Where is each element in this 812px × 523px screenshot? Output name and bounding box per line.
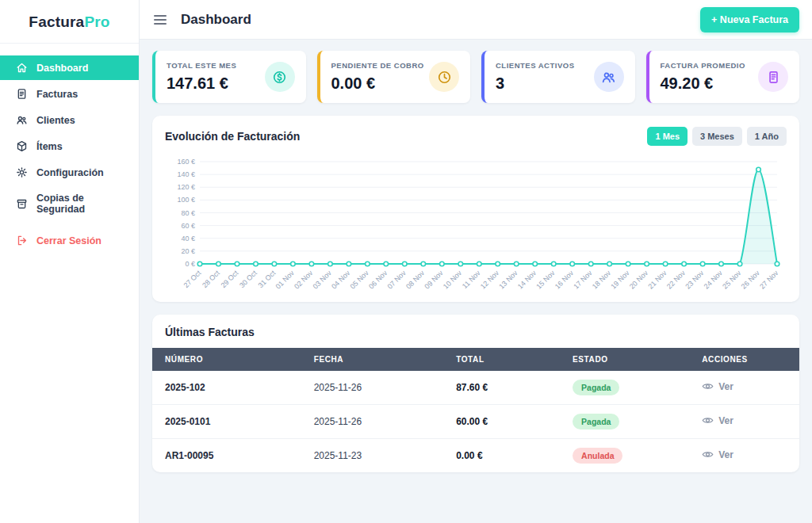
col-header-estado: ESTADO xyxy=(560,348,689,371)
svg-text:160 €: 160 € xyxy=(177,158,195,166)
svg-text:26 Nov: 26 Nov xyxy=(740,269,762,291)
latest-invoices-card: Últimas Facturas NÚMERO FECHA TOTAL ESTA… xyxy=(152,315,799,472)
view-invoice-button[interactable]: Ver xyxy=(702,414,733,426)
sidebar-item-label: Configuración xyxy=(36,167,104,178)
sidebar-item-facturas[interactable]: Facturas xyxy=(0,82,139,106)
sidebar-item-cerrar-sesion[interactable]: Cerrar Sesión xyxy=(0,228,139,253)
invoices-table: NÚMERO FECHA TOTAL ESTADO ACCIONES 2025-… xyxy=(152,348,799,472)
invoice-date: 2025-11-26 xyxy=(301,371,444,405)
svg-text:03 Nov: 03 Nov xyxy=(312,269,334,291)
stat-label: FACTURA PROMEDIO xyxy=(661,61,745,70)
stat-value: 147.61 € xyxy=(167,74,236,93)
status-badge: Pagada xyxy=(573,414,619,429)
sidebar-item-label: Copias de Seguridad xyxy=(36,193,123,215)
view-invoice-button[interactable]: Ver xyxy=(702,449,733,460)
svg-text:0 €: 0 € xyxy=(185,260,195,268)
period-button-1-ano[interactable]: 1 Año xyxy=(747,127,787,146)
col-header-numero: NÚMERO xyxy=(152,348,301,371)
svg-text:27 Oct: 27 Oct xyxy=(182,269,203,289)
svg-text:27 Nov: 27 Nov xyxy=(758,269,780,291)
sidebar: FacturaPro Dashboard Facturas Clientes Í… xyxy=(0,0,140,523)
stat-card-clientes-activos: CLIENTES ACTIVOS 3 xyxy=(481,51,635,103)
clock-icon xyxy=(429,62,459,92)
stat-value: 3 xyxy=(496,74,575,93)
svg-text:60 €: 60 € xyxy=(181,222,195,230)
eye-icon xyxy=(702,449,714,460)
sidebar-item-label: Facturas xyxy=(36,89,78,100)
svg-text:28 Oct: 28 Oct xyxy=(201,269,221,289)
menu-toggle-icon[interactable] xyxy=(152,12,168,28)
period-button-1-mes[interactable]: 1 Mes xyxy=(647,127,688,146)
cube-icon xyxy=(16,140,28,152)
main-area: Dashboard + Nueva Factura TOTAL ESTE MES… xyxy=(140,0,812,523)
svg-text:04 Nov: 04 Nov xyxy=(330,269,352,291)
svg-text:22 Nov: 22 Nov xyxy=(665,269,688,291)
invoice-total: 60.00 € xyxy=(443,405,560,439)
stat-label: CLIENTES ACTIVOS xyxy=(496,61,575,70)
col-header-total: TOTAL xyxy=(443,348,560,371)
svg-text:25 Nov: 25 Nov xyxy=(721,269,743,291)
logo-text-primary: Factura xyxy=(29,13,84,30)
table-header-row: NÚMERO FECHA TOTAL ESTADO ACCIONES xyxy=(152,348,799,371)
gear-icon xyxy=(16,166,28,178)
logo-text-accent: Pro xyxy=(84,13,109,30)
svg-text:07 Nov: 07 Nov xyxy=(385,269,408,291)
stat-value: 0.00 € xyxy=(331,74,424,93)
svg-text:19 Nov: 19 Nov xyxy=(609,269,631,291)
svg-text:15 Nov: 15 Nov xyxy=(534,269,557,291)
svg-text:40 €: 40 € xyxy=(181,235,195,242)
svg-text:21 Nov: 21 Nov xyxy=(646,269,668,291)
svg-text:23 Nov: 23 Nov xyxy=(684,269,706,291)
stats-row: TOTAL ESTE MES 147.61 € PENDIENTE DE COB… xyxy=(152,51,799,103)
stat-card-factura-promedio: FACTURA PROMEDIO 49.20 € xyxy=(646,51,800,103)
sidebar-item-copias-de-seguridad[interactable]: Copias de Seguridad xyxy=(0,186,139,221)
svg-text:24 Nov: 24 Nov xyxy=(703,269,725,291)
col-header-fecha: FECHA xyxy=(301,348,444,371)
eye-icon xyxy=(702,380,714,392)
status-badge: Anulada xyxy=(573,448,622,464)
stat-label: TOTAL ESTE MES xyxy=(167,61,236,70)
topbar: Dashboard + Nueva Factura xyxy=(140,0,812,40)
svg-text:31 Oct: 31 Oct xyxy=(257,269,278,289)
table-row: 2025-0101 2025-11-26 60.00 € Pagada Ver xyxy=(152,405,799,439)
eye-icon xyxy=(702,414,714,426)
svg-text:01 Nov: 01 Nov xyxy=(274,269,297,291)
stat-card-pendiente-de-cobro: PENDIENTE DE COBRO 0.00 € xyxy=(317,51,471,103)
chart-card: Evolución de Facturación 1 Mes 3 Meses 1… xyxy=(152,116,799,302)
col-header-acciones: ACCIONES xyxy=(689,348,799,371)
invoice-number: 2025-102 xyxy=(152,371,301,405)
home-icon xyxy=(16,62,28,74)
svg-text:100 €: 100 € xyxy=(177,196,195,204)
period-switcher: 1 Mes 3 Meses 1 Año xyxy=(647,127,787,146)
chart-title: Evolución de Facturación xyxy=(165,130,300,143)
sidebar-item-clientes[interactable]: Clientes xyxy=(0,108,139,132)
svg-text:11 Nov: 11 Nov xyxy=(461,269,482,290)
view-invoice-button[interactable]: Ver xyxy=(702,380,733,392)
dollar-circle-icon xyxy=(265,62,295,92)
invoice-total: 87.60 € xyxy=(443,371,560,405)
table-title: Últimas Facturas xyxy=(152,326,799,348)
invoice-date: 2025-11-26 xyxy=(301,405,444,439)
invoice-icon xyxy=(758,62,788,92)
sidebar-item-configuracion[interactable]: Configuración xyxy=(0,160,139,185)
sidebar-item-label: Dashboard xyxy=(36,63,88,74)
svg-text:140 €: 140 € xyxy=(177,170,195,178)
invoice-total: 0.00 € xyxy=(443,439,560,473)
svg-text:05 Nov: 05 Nov xyxy=(349,269,371,291)
svg-text:120 €: 120 € xyxy=(177,183,195,191)
users-icon xyxy=(16,114,28,126)
table-row: 2025-102 2025-11-26 87.60 € Pagada Ver xyxy=(152,371,799,405)
svg-text:80 €: 80 € xyxy=(181,209,195,217)
new-invoice-button[interactable]: + Nueva Factura xyxy=(700,7,799,32)
svg-text:29 Oct: 29 Oct xyxy=(220,269,240,289)
svg-text:12 Nov: 12 Nov xyxy=(479,269,501,291)
sidebar-item-items[interactable]: Ítems xyxy=(0,134,139,158)
page-title: Dashboard xyxy=(181,12,251,28)
app-logo: FacturaPro xyxy=(0,0,139,44)
sidebar-item-dashboard[interactable]: Dashboard xyxy=(0,55,139,80)
svg-text:30 Oct: 30 Oct xyxy=(238,269,259,289)
period-button-3-meses[interactable]: 3 Meses xyxy=(692,127,742,146)
svg-text:02 Nov: 02 Nov xyxy=(293,269,315,291)
sidebar-item-label: Cerrar Sesión xyxy=(36,235,102,246)
svg-text:08 Nov: 08 Nov xyxy=(404,269,427,291)
